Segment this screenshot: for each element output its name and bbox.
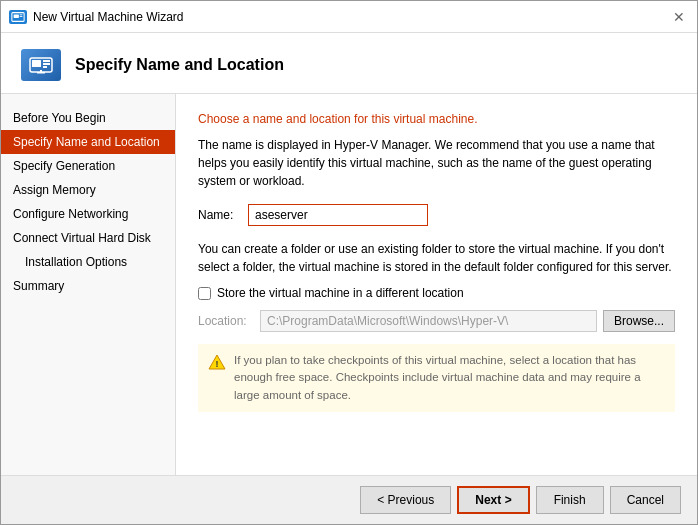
svg-rect-7 [43,63,50,65]
close-button[interactable]: ✕ [669,7,689,27]
warning-icon: ! [208,353,226,371]
wizard-header-icon [21,49,61,81]
sidebar-item-assign-memory[interactable]: Assign Memory [1,178,175,202]
svg-rect-5 [32,60,41,67]
main-content: Choose a name and location for this virt… [176,94,697,475]
cancel-button[interactable]: Cancel [610,486,681,514]
svg-rect-9 [37,72,45,74]
location-input[interactable] [260,310,597,332]
intro-text: Choose a name and location for this virt… [198,112,675,126]
window-title: New Virtual Machine Wizard [33,10,184,24]
wizard-window: New Virtual Machine Wizard ✕ Specify Nam… [0,0,698,525]
finish-button[interactable]: Finish [536,486,604,514]
sidebar-item-before-you-begin[interactable]: Before You Begin [1,106,175,130]
svg-rect-6 [43,60,50,62]
different-location-label[interactable]: Store the virtual machine in a different… [217,286,464,300]
svg-rect-10 [40,70,42,72]
sidebar-item-configure-networking[interactable]: Configure Networking [1,202,175,226]
svg-text:!: ! [216,359,219,369]
sidebar-item-installation-options[interactable]: Installation Options [1,250,175,274]
wizard-header: Specify Name and Location [1,33,697,94]
next-button[interactable]: Next > [457,486,529,514]
name-label: Name: [198,208,240,222]
different-location-row: Store the virtual machine in a different… [198,286,675,300]
svg-rect-8 [43,66,47,68]
location-label: Location: [198,314,254,328]
warning-box: ! If you plan to take checkpoints of thi… [198,344,675,412]
name-input[interactable] [248,204,428,226]
previous-button[interactable]: < Previous [360,486,451,514]
warning-text: If you plan to take checkpoints of this … [234,352,665,404]
location-row: Location: Browse... [198,310,675,332]
name-row: Name: [198,204,675,226]
title-bar-left: New Virtual Machine Wizard [9,10,184,24]
sidebar-item-summary[interactable]: Summary [1,274,175,298]
wizard-footer: < Previous Next > Finish Cancel [1,475,697,524]
svg-rect-1 [14,14,19,18]
sidebar: Before You Begin Specify Name and Locati… [1,94,176,475]
svg-rect-2 [20,14,23,15]
sidebar-item-specify-generation[interactable]: Specify Generation [1,154,175,178]
title-bar: New Virtual Machine Wizard ✕ [1,1,697,33]
different-location-checkbox[interactable] [198,287,211,300]
browse-button[interactable]: Browse... [603,310,675,332]
description-text: The name is displayed in Hyper-V Manager… [198,136,675,190]
location-description: You can create a folder or use an existi… [198,240,675,276]
sidebar-item-connect-vhd[interactable]: Connect Virtual Hard Disk [1,226,175,250]
wizard-step-title: Specify Name and Location [75,56,284,74]
app-icon [9,10,27,24]
sidebar-item-specify-name[interactable]: Specify Name and Location [1,130,175,154]
svg-rect-3 [20,16,23,17]
wizard-body: Before You Begin Specify Name and Locati… [1,94,697,475]
